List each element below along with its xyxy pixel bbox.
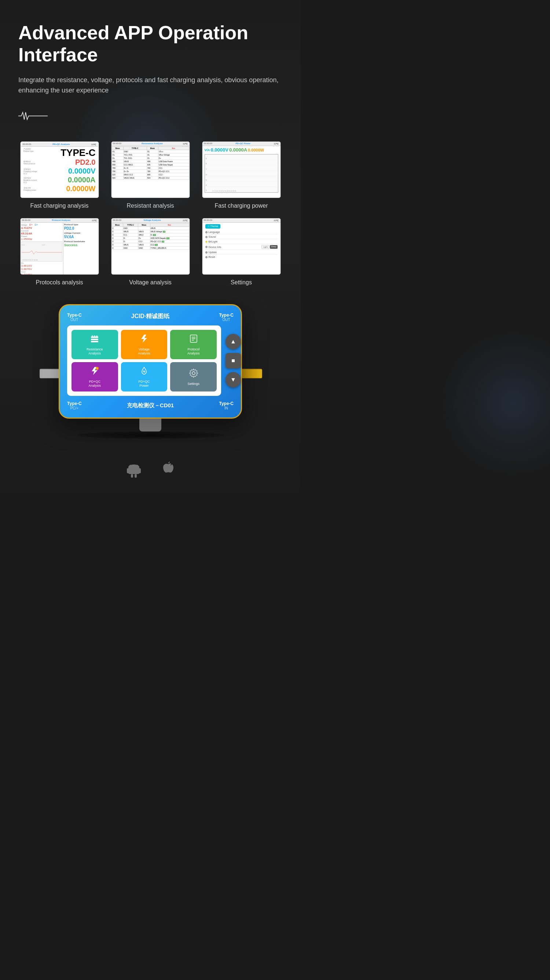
device-brand: JCID·精诚图纸	[82, 313, 219, 320]
screenshot-settings: 00:00:00 00℃ ☉ Theme Language	[200, 218, 282, 286]
screenshot-label-fast-charging: Fast charging analysis	[30, 202, 88, 209]
nav-up-button[interactable]: ▲	[225, 334, 241, 349]
bottom-left-port: Type-C PC/+	[67, 401, 82, 410]
top-left-port: Type-C OUT	[67, 313, 82, 322]
svg-text:9: 9	[205, 158, 206, 160]
settings-app-icon	[189, 368, 199, 380]
screenshot-fast-power: 00:00:00 PD+QC Power 00℃ V/A 0.0000V 0.0…	[200, 141, 282, 209]
app-icon-settings[interactable]: Settings	[170, 362, 217, 391]
waveform-icon	[18, 110, 282, 123]
app-label-resistance: ResistanceAnalysis	[87, 347, 103, 356]
svg-text:0 2 4 6 8 10 12 14 16: 0 2 4 6 8 10 12 14 16	[22, 259, 38, 261]
apple-icon	[158, 461, 176, 479]
screenshots-grid: 00:00:00 PD+QC Analysis 00℃ 产品类型 Product…	[18, 141, 282, 286]
screenshot-resistance: 00:00:00 Resistance Analysis 00℃ Meas TY…	[109, 141, 192, 209]
svg-text:+: +	[97, 367, 98, 369]
bottom-right-port: Type-C IN	[219, 401, 233, 410]
svg-text:0 2 4 6 8 10 12 14 16 18 20 22: 0 2 4 6 8 10 12 14 16 18 20 22 24 26	[212, 190, 236, 192]
screenshot-label-voltage: Voltage analysis	[129, 279, 171, 286]
page-title: Advanced APP Operation Interface	[18, 22, 282, 66]
app-label-pdqc-power: PD+QCPower	[138, 380, 150, 388]
app-label-pdqc-analysis: PD+QCAnalysis	[89, 380, 101, 388]
app-label-protocol: ProtocolAnalysis	[187, 347, 200, 356]
app-icon-pdqc-analysis[interactable]: + PD+QCAnalysis	[71, 362, 118, 391]
nav-down-button[interactable]: ▼	[225, 372, 241, 387]
screenshot-protocols: 00:00:00 Protocol Analysis 00℃ Voltage D…	[18, 218, 100, 286]
svg-text:5: 5	[205, 180, 206, 181]
svg-point-31	[192, 372, 195, 375]
screenshot-voltage: 00:00:00 Voltage Analysis 00℃ Meas TYPE-…	[109, 218, 192, 286]
screenshot-label-protocols: Protocols analysis	[36, 279, 83, 286]
left-connector	[40, 369, 60, 378]
bottom-os-icons	[18, 461, 282, 479]
svg-text:CC1: CC1	[22, 244, 25, 246]
app-icons-grid: ResistanceAnalysis VoltageAnalysis	[71, 330, 217, 391]
screenshot-label-settings: Settings	[231, 279, 252, 286]
app-icon-voltage[interactable]: VoltageAnalysis	[121, 330, 168, 359]
app-icon-protocol[interactable]: ProtocolAnalysis	[170, 330, 217, 359]
screenshot-fast-charging: 00:00:00 PD+QC Analysis 00℃ 产品类型 Product…	[18, 141, 100, 209]
app-icon-resistance[interactable]: ResistanceAnalysis	[71, 330, 118, 359]
nav-home-button[interactable]: ■	[225, 353, 241, 368]
pdqc-analysis-icon: +	[89, 366, 100, 378]
nav-buttons: ▲ ■ ▼	[225, 334, 241, 387]
android-icon	[125, 461, 143, 479]
svg-text:6: 6	[205, 174, 206, 176]
pdqc-power-icon	[139, 366, 149, 378]
page-subtitle: Integrate the resistance, voltage, proto…	[18, 75, 282, 96]
svg-rect-20	[92, 335, 93, 337]
app-label-settings: Settings	[187, 382, 200, 386]
protocol-icon	[189, 334, 199, 346]
right-connector	[242, 369, 262, 378]
svg-text:8: 8	[205, 163, 206, 165]
app-icon-pdqc-power[interactable]: PD+QCPower	[121, 362, 168, 391]
svg-text:CC2: CC2	[42, 244, 46, 246]
device-model: 充电检测仪－CD01	[127, 402, 174, 409]
svg-text:3: 3	[205, 190, 206, 191]
resistance-icon	[89, 334, 100, 346]
screenshot-label-resistance: Resistant analysis	[127, 202, 174, 209]
svg-marker-23	[141, 335, 147, 343]
svg-rect-37	[135, 474, 137, 478]
svg-text:4: 4	[205, 185, 206, 187]
svg-rect-19	[91, 341, 98, 342]
device-section: Type-C OUT JCID·精诚图纸 Type-C OUT	[18, 304, 282, 439]
svg-rect-18	[91, 339, 98, 340]
svg-rect-34	[127, 468, 129, 473]
top-right-port: Type-C OUT	[219, 313, 233, 322]
svg-text:7: 7	[205, 169, 206, 170]
app-label-voltage: VoltageAnalysis	[138, 347, 151, 356]
screenshot-label-fast-power: Fast charging power	[215, 202, 268, 209]
svg-rect-21	[94, 335, 95, 337]
svg-rect-22	[96, 335, 98, 337]
svg-rect-36	[131, 474, 133, 478]
svg-rect-35	[139, 468, 141, 473]
voltage-icon	[139, 334, 149, 346]
